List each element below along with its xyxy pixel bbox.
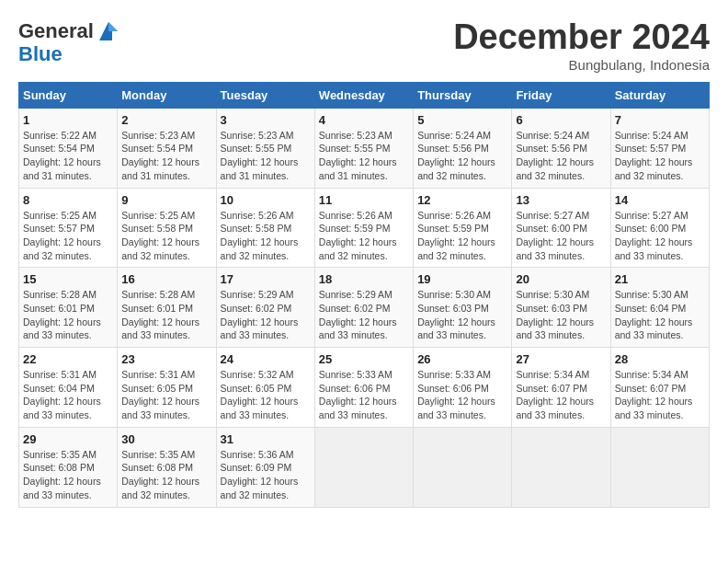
day-number: 8 bbox=[23, 193, 113, 207]
day-number: 12 bbox=[417, 193, 507, 207]
calendar-day-cell: 18 Sunrise: 5:29 AMSunset: 6:02 PMDaylig… bbox=[314, 268, 413, 348]
weekday-header-tuesday: Tuesday bbox=[216, 82, 314, 108]
day-number: 31 bbox=[221, 432, 311, 446]
logo: General Blue bbox=[18, 18, 121, 64]
weekday-header-monday: Monday bbox=[118, 82, 216, 108]
calendar-week-row: 8 Sunrise: 5:25 AMSunset: 5:57 PMDayligh… bbox=[19, 188, 710, 268]
day-number: 11 bbox=[319, 193, 409, 207]
day-info: Sunrise: 5:29 AMSunset: 6:02 PMDaylight:… bbox=[319, 288, 409, 342]
calendar-day-cell: 4 Sunrise: 5:23 AMSunset: 5:55 PMDayligh… bbox=[314, 108, 413, 188]
calendar-day-cell: 13 Sunrise: 5:27 AMSunset: 6:00 PMDaylig… bbox=[512, 188, 610, 268]
calendar-day-cell: 26 Sunrise: 5:33 AMSunset: 6:06 PMDaylig… bbox=[414, 348, 512, 428]
day-info: Sunrise: 5:23 AMSunset: 5:55 PMDaylight:… bbox=[221, 129, 311, 183]
calendar-day-cell: 6 Sunrise: 5:24 AMSunset: 5:56 PMDayligh… bbox=[512, 108, 610, 188]
weekday-header-friday: Friday bbox=[512, 82, 610, 108]
day-info: Sunrise: 5:26 AMSunset: 5:59 PMDaylight:… bbox=[417, 209, 507, 263]
calendar-week-row: 1 Sunrise: 5:22 AMSunset: 5:54 PMDayligh… bbox=[19, 108, 710, 188]
day-number: 9 bbox=[121, 193, 211, 207]
day-number: 3 bbox=[221, 113, 311, 127]
weekday-header-thursday: Thursday bbox=[414, 82, 512, 108]
day-number: 17 bbox=[221, 272, 311, 286]
calendar-day-cell: 21 Sunrise: 5:30 AMSunset: 6:04 PMDaylig… bbox=[610, 268, 709, 348]
day-info: Sunrise: 5:23 AMSunset: 5:55 PMDaylight:… bbox=[319, 129, 409, 183]
day-info: Sunrise: 5:22 AMSunset: 5:54 PMDaylight:… bbox=[23, 129, 113, 183]
day-info: Sunrise: 5:28 AMSunset: 6:01 PMDaylight:… bbox=[23, 288, 113, 342]
calendar-week-row: 15 Sunrise: 5:28 AMSunset: 6:01 PMDaylig… bbox=[19, 268, 710, 348]
day-info: Sunrise: 5:33 AMSunset: 6:06 PMDaylight:… bbox=[319, 368, 409, 422]
calendar-day-cell: 23 Sunrise: 5:31 AMSunset: 6:05 PMDaylig… bbox=[118, 348, 216, 428]
day-number: 5 bbox=[417, 113, 507, 127]
day-number: 18 bbox=[319, 272, 409, 286]
day-number: 4 bbox=[319, 113, 409, 127]
day-number: 14 bbox=[615, 193, 705, 207]
calendar-day-cell: 22 Sunrise: 5:31 AMSunset: 6:04 PMDaylig… bbox=[19, 348, 118, 428]
month-title: December 2024 bbox=[453, 18, 710, 57]
day-info: Sunrise: 5:34 AMSunset: 6:07 PMDaylight:… bbox=[615, 368, 705, 422]
title-block: December 2024 Bungbulang, Indonesia bbox=[453, 18, 710, 73]
day-number: 29 bbox=[23, 432, 113, 446]
day-info: Sunrise: 5:24 AMSunset: 5:57 PMDaylight:… bbox=[615, 129, 705, 183]
day-number: 19 bbox=[417, 272, 507, 286]
calendar-day-cell: 28 Sunrise: 5:34 AMSunset: 6:07 PMDaylig… bbox=[610, 348, 709, 428]
day-info: Sunrise: 5:30 AMSunset: 6:03 PMDaylight:… bbox=[516, 288, 606, 342]
day-number: 30 bbox=[121, 432, 211, 446]
calendar-day-cell: 15 Sunrise: 5:28 AMSunset: 6:01 PMDaylig… bbox=[19, 268, 118, 348]
day-number: 7 bbox=[615, 113, 705, 127]
calendar-day-cell: 5 Sunrise: 5:24 AMSunset: 5:56 PMDayligh… bbox=[414, 108, 512, 188]
location: Bungbulang, Indonesia bbox=[453, 57, 710, 73]
calendar-week-row: 22 Sunrise: 5:31 AMSunset: 6:04 PMDaylig… bbox=[19, 348, 710, 428]
calendar-day-cell: 17 Sunrise: 5:29 AMSunset: 6:02 PMDaylig… bbox=[216, 268, 314, 348]
calendar-header-row: SundayMondayTuesdayWednesdayThursdayFrid… bbox=[19, 82, 710, 108]
calendar-day-cell: 30 Sunrise: 5:35 AMSunset: 6:08 PMDaylig… bbox=[118, 427, 216, 507]
day-info: Sunrise: 5:28 AMSunset: 6:01 PMDaylight:… bbox=[121, 288, 211, 342]
day-info: Sunrise: 5:35 AMSunset: 6:08 PMDaylight:… bbox=[23, 448, 113, 502]
day-number: 26 bbox=[417, 352, 507, 366]
day-info: Sunrise: 5:24 AMSunset: 5:56 PMDaylight:… bbox=[516, 129, 606, 183]
day-number: 27 bbox=[516, 352, 606, 366]
day-number: 1 bbox=[23, 113, 113, 127]
calendar-day-cell: 16 Sunrise: 5:28 AMSunset: 6:01 PMDaylig… bbox=[118, 268, 216, 348]
calendar-day-cell: 1 Sunrise: 5:22 AMSunset: 5:54 PMDayligh… bbox=[19, 108, 118, 188]
calendar-day-cell: 7 Sunrise: 5:24 AMSunset: 5:57 PMDayligh… bbox=[610, 108, 709, 188]
page-header: General Blue December 2024 Bungbulang, I… bbox=[18, 18, 710, 73]
weekday-header-wednesday: Wednesday bbox=[314, 82, 413, 108]
day-info: Sunrise: 5:25 AMSunset: 5:58 PMDaylight:… bbox=[121, 209, 211, 263]
day-number: 10 bbox=[221, 193, 311, 207]
day-number: 28 bbox=[615, 352, 705, 366]
day-info: Sunrise: 5:23 AMSunset: 5:54 PMDaylight:… bbox=[121, 129, 211, 183]
day-info: Sunrise: 5:27 AMSunset: 6:00 PMDaylight:… bbox=[615, 209, 705, 263]
calendar-day-cell bbox=[512, 427, 610, 507]
day-info: Sunrise: 5:33 AMSunset: 6:06 PMDaylight:… bbox=[417, 368, 507, 422]
calendar-day-cell: 8 Sunrise: 5:25 AMSunset: 5:57 PMDayligh… bbox=[19, 188, 118, 268]
day-number: 16 bbox=[121, 272, 211, 286]
calendar-day-cell: 14 Sunrise: 5:27 AMSunset: 6:00 PMDaylig… bbox=[610, 188, 709, 268]
calendar-day-cell: 29 Sunrise: 5:35 AMSunset: 6:08 PMDaylig… bbox=[19, 427, 118, 507]
calendar-day-cell bbox=[610, 427, 709, 507]
day-number: 21 bbox=[615, 272, 705, 286]
calendar-day-cell: 31 Sunrise: 5:36 AMSunset: 6:09 PMDaylig… bbox=[216, 427, 314, 507]
day-number: 23 bbox=[121, 352, 211, 366]
weekday-header-saturday: Saturday bbox=[610, 82, 709, 108]
day-info: Sunrise: 5:31 AMSunset: 6:04 PMDaylight:… bbox=[23, 368, 113, 422]
day-info: Sunrise: 5:26 AMSunset: 5:58 PMDaylight:… bbox=[221, 209, 311, 263]
day-info: Sunrise: 5:26 AMSunset: 5:59 PMDaylight:… bbox=[319, 209, 409, 263]
calendar-table: SundayMondayTuesdayWednesdayThursdayFrid… bbox=[18, 82, 710, 508]
day-info: Sunrise: 5:29 AMSunset: 6:02 PMDaylight:… bbox=[221, 288, 311, 342]
day-number: 2 bbox=[121, 113, 211, 127]
calendar-day-cell: 27 Sunrise: 5:34 AMSunset: 6:07 PMDaylig… bbox=[512, 348, 610, 428]
calendar-day-cell bbox=[414, 427, 512, 507]
day-info: Sunrise: 5:27 AMSunset: 6:00 PMDaylight:… bbox=[516, 209, 606, 263]
day-info: Sunrise: 5:30 AMSunset: 6:03 PMDaylight:… bbox=[417, 288, 507, 342]
logo-icon bbox=[96, 18, 121, 44]
calendar-day-cell: 10 Sunrise: 5:26 AMSunset: 5:58 PMDaylig… bbox=[216, 188, 314, 268]
calendar-day-cell: 9 Sunrise: 5:25 AMSunset: 5:58 PMDayligh… bbox=[118, 188, 216, 268]
calendar-day-cell: 25 Sunrise: 5:33 AMSunset: 6:06 PMDaylig… bbox=[314, 348, 413, 428]
calendar-day-cell: 12 Sunrise: 5:26 AMSunset: 5:59 PMDaylig… bbox=[414, 188, 512, 268]
calendar-day-cell: 24 Sunrise: 5:32 AMSunset: 6:05 PMDaylig… bbox=[216, 348, 314, 428]
day-info: Sunrise: 5:31 AMSunset: 6:05 PMDaylight:… bbox=[121, 368, 211, 422]
day-info: Sunrise: 5:24 AMSunset: 5:56 PMDaylight:… bbox=[417, 129, 507, 183]
day-number: 15 bbox=[23, 272, 113, 286]
day-info: Sunrise: 5:25 AMSunset: 5:57 PMDaylight:… bbox=[23, 209, 113, 263]
day-number: 24 bbox=[221, 352, 311, 366]
day-number: 20 bbox=[516, 272, 606, 286]
